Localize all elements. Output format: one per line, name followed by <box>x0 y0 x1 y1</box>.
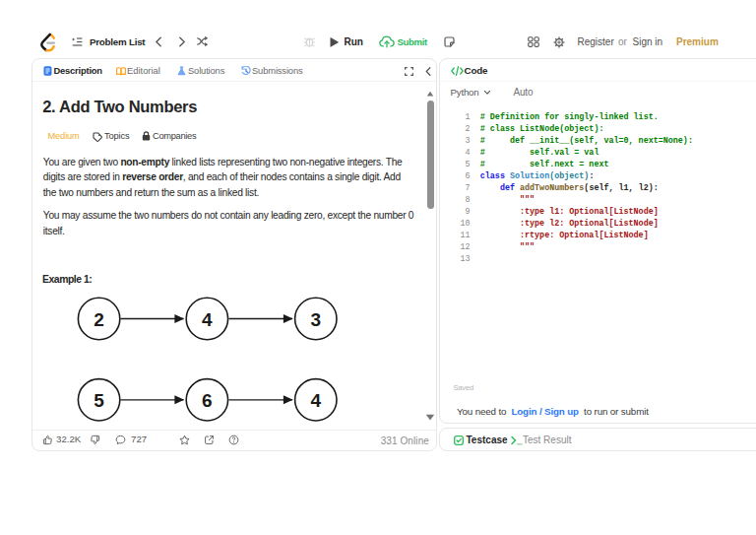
svg-text:5: 5 <box>94 390 104 411</box>
svg-text:2: 2 <box>94 309 104 330</box>
svg-text:6: 6 <box>202 390 213 411</box>
svg-text:4: 4 <box>311 390 322 411</box>
svg-text:4: 4 <box>202 309 213 330</box>
svg-text:3: 3 <box>311 309 322 330</box>
